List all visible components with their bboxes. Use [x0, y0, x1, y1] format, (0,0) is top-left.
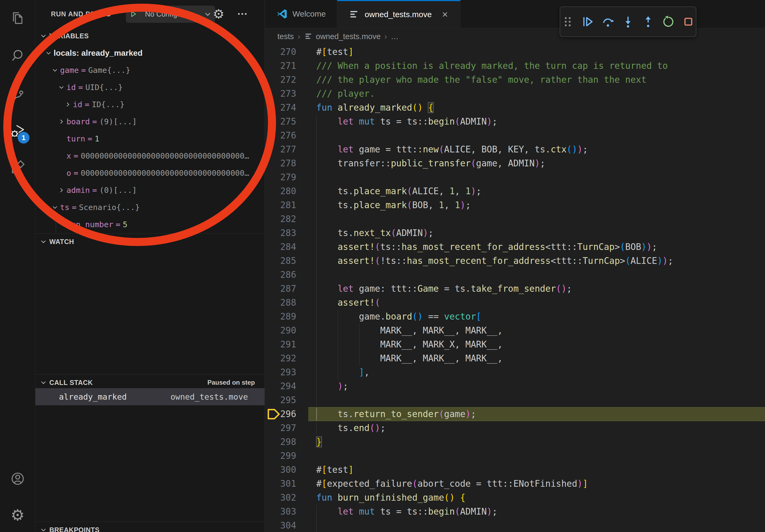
activity-extensions[interactable]: [0, 153, 35, 182]
stop-button[interactable]: [682, 15, 695, 28]
chevron-down-icon[interactable]: [50, 204, 60, 211]
code-line[interactable]: 278 transfer::public_transfer(game, ADMI…: [265, 156, 765, 170]
variable-row[interactable]: txn_number=5: [35, 216, 265, 233]
code-line[interactable]: 296 ts.return_to_sender(game);: [265, 407, 765, 421]
variable-row[interactable]: o=00000000000000000000000000000000000000…: [35, 164, 265, 182]
continue-button[interactable]: [581, 15, 594, 28]
variable-row[interactable]: id=UID{...}: [35, 79, 265, 96]
variable-row[interactable]: game=Game{...}: [35, 62, 265, 79]
step-over-button[interactable]: [601, 15, 615, 28]
equals-sign: =: [88, 134, 92, 143]
debug-settings-gear-button[interactable]: ⚙: [213, 0, 224, 28]
code-line[interactable]: 284 assert!(ts::has_most_recent_for_addr…: [265, 240, 765, 254]
drag-grip-icon[interactable]: [561, 15, 574, 28]
tab-owned-tests-move[interactable]: owned_tests.move: [337, 0, 460, 28]
activity-explorer[interactable]: [0, 3, 35, 33]
code-line[interactable]: 285 assert!(!ts::has_most_recent_for_add…: [265, 254, 765, 268]
variable-row[interactable]: ts=Scenario{...}: [35, 199, 265, 216]
code-line[interactable]: 279: [265, 170, 765, 184]
step-into-button[interactable]: [621, 15, 635, 28]
activity-search[interactable]: [0, 41, 35, 71]
sidebar-title: RUN AND DEBUG: [51, 0, 111, 28]
code-line[interactable]: 295: [265, 393, 765, 407]
chevron-down-icon: [40, 32, 47, 40]
breakpoints-section-header[interactable]: BREAKPOINTS: [35, 522, 265, 532]
tab-welcome[interactable]: Welcome: [265, 0, 337, 28]
chevron-right-icon[interactable]: [56, 118, 67, 125]
code-line[interactable]: 293 ],: [265, 366, 765, 379]
breadcrumb-item[interactable]: owned_tests.move: [304, 32, 381, 41]
call-stack-label: CALL STACK: [49, 379, 93, 387]
code-line[interactable]: 271/// When a position is already marked…: [265, 59, 765, 73]
variable-row[interactable]: board=(9)[...]: [35, 113, 265, 130]
code-line[interactable]: 275 let mut ts = ts::begin(ADMIN);: [265, 115, 765, 129]
editor-group: Welcomeowned_tests.move tests›owned_test…: [265, 0, 765, 532]
variables-section-header[interactable]: VARIABLES: [35, 28, 265, 44]
code-line[interactable]: 277 let game = ttt::new(ALICE, BOB, KEY,…: [265, 142, 765, 156]
code-line[interactable]: 290 MARK__, MARK__, MARK__,: [265, 324, 765, 338]
line-number: 277: [272, 142, 296, 156]
code-line[interactable]: 270#[test]: [265, 45, 765, 59]
code-line[interactable]: 289 game.board() == vector[: [265, 310, 765, 324]
code-line[interactable]: 273/// player.: [265, 87, 765, 101]
code-line[interactable]: 283 ts.next_tx(ADMIN);: [265, 226, 765, 240]
line-number: 292: [272, 352, 296, 366]
equals-sign: =: [78, 83, 83, 92]
code-line[interactable]: 286: [265, 268, 765, 282]
equals-sign: =: [73, 168, 78, 177]
variable-row[interactable]: turn=1: [35, 130, 265, 147]
code-line[interactable]: 302fun burn_unfinished_game() {: [265, 491, 765, 505]
code-line[interactable]: 298}: [265, 435, 765, 449]
tab-label: owned_tests.move: [365, 10, 431, 19]
code-line[interactable]: 301#[expected_failure(abort_code = ttt::…: [265, 477, 765, 491]
variable-row[interactable]: admin=(0)[...]: [35, 182, 265, 199]
code-line[interactable]: 287 let game: ttt::Game = ts.take_from_s…: [265, 282, 765, 296]
code-line[interactable]: 303 let mut ts = ts::begin(ADMIN);: [265, 505, 765, 519]
code-line[interactable]: 288 assert!(: [265, 296, 765, 310]
activity-settings[interactable]: ⚙: [0, 500, 35, 530]
breadcrumb-item[interactable]: tests: [278, 32, 294, 41]
gear-icon: ⚙: [11, 507, 25, 523]
watch-section-header[interactable]: WATCH: [35, 234, 265, 250]
call-stack-frame-selected[interactable]: already_markedowned_tests.move: [35, 388, 265, 405]
line-number: 287: [272, 282, 296, 296]
chevron-right-icon[interactable]: [56, 187, 67, 194]
code-line[interactable]: 304: [265, 519, 765, 532]
code-line[interactable]: 299: [265, 449, 765, 463]
close-icon[interactable]: [441, 10, 449, 19]
code-line[interactable]: 294 );: [265, 379, 765, 393]
chevron-down-icon[interactable]: [50, 67, 60, 74]
start-debug-icon[interactable]: [126, 10, 138, 19]
code-line[interactable]: 280 ts.place_mark(ALICE, 1, 1);: [265, 184, 765, 198]
code-text: );: [316, 379, 348, 393]
code-text: }: [316, 435, 322, 449]
activity-run-and-debug[interactable]: 1: [0, 116, 35, 146]
code-area[interactable]: 270#[test]271/// When a position is alre…: [265, 45, 765, 532]
step-out-button[interactable]: [641, 15, 655, 28]
code-line[interactable]: 300#[test]: [265, 463, 765, 477]
more-actions-button[interactable]: [237, 0, 248, 28]
breadcrumb-separator: ›: [384, 32, 387, 41]
code-text: /// player.: [316, 87, 375, 101]
activity-accounts[interactable]: [0, 464, 35, 493]
code-line[interactable]: 282: [265, 212, 765, 226]
code-line[interactable]: 291 MARK__, MARK_X, MARK__,: [265, 338, 765, 352]
code-line[interactable]: 281 ts.place_mark(BOB, 1, 1);: [265, 198, 765, 212]
breadcrumb-item[interactable]: …: [391, 32, 398, 41]
code-line[interactable]: 274fun already_marked() {: [265, 101, 765, 115]
code-text: fun burn_unfinished_game() {: [316, 491, 465, 505]
chevron-down-icon[interactable]: [43, 50, 54, 57]
chevron-right-icon[interactable]: [63, 101, 73, 108]
restart-button[interactable]: [661, 15, 675, 28]
variable-row[interactable]: x=00000000000000000000000000000000000000…: [35, 147, 265, 164]
code-line[interactable]: 272/// the player who made the "false" m…: [265, 73, 765, 87]
variable-row[interactable]: id=ID{...}: [35, 96, 265, 113]
debug-config-dropdown[interactable]: No Configur: [126, 6, 215, 23]
activity-source-control[interactable]: [0, 79, 35, 108]
variables-scope-row[interactable]: locals: already_marked: [35, 45, 265, 62]
code-line[interactable]: 276: [265, 129, 765, 142]
chevron-down-icon[interactable]: [56, 84, 67, 91]
tree-indent-guide: [56, 216, 56, 233]
code-line[interactable]: 297 ts.end();: [265, 421, 765, 435]
code-line[interactable]: 292 MARK__, MARK__, MARK__,: [265, 352, 765, 366]
